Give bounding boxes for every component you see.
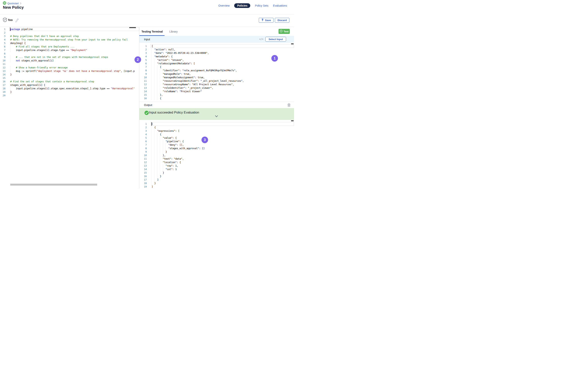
code-line: 7 input.pipeline.stages[i].stage.type ==… bbox=[0, 48, 139, 52]
breadcrumb: Quickstart bbox=[3, 1, 21, 6]
policy-toolbar: foo Save Discard bbox=[0, 14, 294, 27]
nav-tab-evaluations[interactable]: Evaluations bbox=[273, 4, 287, 7]
code-line: 19} bbox=[0, 90, 139, 94]
input-json-lines: 1{2 "action": null,3 "date": "2022-05-05… bbox=[139, 44, 294, 100]
code-line: 9 "managedRole": true, bbox=[139, 72, 294, 76]
code-line: 17stages_with_approval[i] { bbox=[0, 83, 139, 87]
top-nav: Overview Policies Policy Sets Evaluation… bbox=[218, 3, 287, 8]
code-line: 5 "value": { bbox=[139, 136, 294, 140]
code-line: 20 bbox=[0, 94, 139, 97]
success-check-icon bbox=[144, 111, 149, 116]
output-json-editor[interactable]: 1[2 {3 "expressions": [4 {5 "value": {6 … bbox=[139, 120, 294, 188]
code-line: 4# NOTE: Try removing the HarnessApprova… bbox=[0, 38, 139, 41]
breadcrumb-link[interactable]: Quickstart bbox=[7, 2, 19, 5]
test-label: Test bbox=[283, 30, 289, 33]
code-line: 15 bbox=[0, 76, 139, 80]
code-line: 3 "expressions": [ bbox=[139, 129, 294, 133]
evaluation-success-banner: Input succeeded Policy Evaluation bbox=[139, 108, 294, 120]
code-line: 4 { bbox=[139, 133, 294, 136]
code-line: 4 "metadata": { bbox=[139, 55, 294, 58]
code-line: 12 "resourceGroupName": "All Project Lev… bbox=[139, 83, 294, 86]
code-line: 7 { bbox=[139, 65, 294, 69]
select-input-button[interactable]: Select Input bbox=[265, 37, 286, 42]
tab-library[interactable]: Library bbox=[169, 30, 178, 33]
upload-icon bbox=[261, 19, 264, 22]
code-line: 16 { bbox=[139, 97, 294, 100]
code-line: 2 "action": null, bbox=[139, 48, 294, 51]
code-line: 13 "roleIdentifier": "_project_viewer", bbox=[139, 86, 294, 90]
nav-tab-overview[interactable]: Overview bbox=[218, 4, 229, 7]
code-line: 7 "deny": [], bbox=[139, 143, 294, 147]
code-line: 10 not stages_with_approval[i] bbox=[0, 59, 139, 62]
chevron-right-icon bbox=[20, 2, 21, 5]
code-brackets-icon[interactable]: </> bbox=[259, 38, 263, 40]
code-line: 13 msg := sprintf("deployment stage '%s'… bbox=[0, 69, 139, 73]
code-line: 19] bbox=[139, 185, 294, 188]
code-line: 14} bbox=[0, 73, 139, 76]
page-title: New Policy bbox=[3, 5, 24, 10]
code-line: 6 "roleAssignmentMetadata": [ bbox=[139, 62, 294, 65]
code-line: 10 }, bbox=[139, 154, 294, 157]
output-json-lines: 1[2 {3 "expressions": [4 {5 "value": {6 … bbox=[139, 122, 294, 188]
code-line: 11 "resourceGroupIdentifier": "_all_proj… bbox=[139, 79, 294, 83]
code-line: 6 # Find all stages that are Deployments… bbox=[0, 45, 139, 48]
policy-name: foo bbox=[8, 18, 12, 22]
testing-panel: Testing Terminal Library Test Input </> … bbox=[139, 27, 294, 188]
code-line: 8 "identifier": "role_assignment_NsFQM43… bbox=[139, 69, 294, 72]
annotation-step-1: 1 bbox=[271, 55, 278, 62]
save-button[interactable]: Save bbox=[259, 18, 273, 23]
policy-shield-icon bbox=[3, 18, 7, 23]
discard-label: Discard bbox=[278, 19, 287, 22]
code-line: 16 } bbox=[139, 175, 294, 178]
terminal-tabs: Testing Terminal Library Test bbox=[139, 27, 294, 36]
editor-scrollbar-thumb[interactable] bbox=[291, 120, 294, 121]
edit-pencil-icon[interactable] bbox=[15, 18, 19, 23]
header: Quickstart New Policy Overview Policies … bbox=[0, 0, 294, 14]
annotation-step-3: 3 bbox=[202, 137, 208, 143]
code-line: 15 } bbox=[139, 171, 294, 175]
harness-logo-icon bbox=[3, 1, 6, 6]
trash-icon bbox=[287, 105, 291, 107]
editor-scrollbar-thumb[interactable] bbox=[291, 43, 294, 44]
input-title: Input bbox=[144, 38, 150, 41]
editor-scrollbar-thumb[interactable] bbox=[129, 27, 136, 28]
code-line: 1package pipeline bbox=[0, 27, 139, 31]
workspace: 1package pipeline23# Deny pipelines that… bbox=[0, 27, 294, 188]
select-input-label: Select Input bbox=[269, 38, 283, 41]
code-line: 2 bbox=[0, 31, 139, 35]
code-line: 15 }, bbox=[139, 93, 294, 97]
code-line: 3 "date": "2022-05-05T20:41:23.538+0000"… bbox=[139, 51, 294, 55]
code-line: 12 "location": { bbox=[139, 161, 294, 164]
code-line: 5 "action": "onsave", bbox=[139, 58, 294, 62]
output-panel-header: Output bbox=[139, 102, 294, 108]
nav-tab-policy-sets[interactable]: Policy Sets bbox=[255, 4, 268, 7]
code-line: 3# Deny pipelines that don't have an app… bbox=[0, 35, 139, 38]
tab-testing-terminal[interactable]: Testing Terminal bbox=[141, 30, 163, 33]
code-line: 1{ bbox=[139, 44, 294, 48]
code-line: 18 } bbox=[139, 182, 294, 185]
input-json-editor[interactable]: 1{2 "action": null,3 "date": "2022-05-05… bbox=[139, 43, 294, 102]
code-line: 9 # ... that are not in the set of stage… bbox=[0, 55, 139, 59]
code-line: 14 "col": 1 bbox=[139, 168, 294, 171]
test-button[interactable]: Test bbox=[279, 29, 290, 34]
annotation-step-2: 2 bbox=[135, 56, 141, 63]
code-line: 17 ] bbox=[139, 178, 294, 182]
code-line: 1[ bbox=[139, 122, 294, 126]
output-title: Output bbox=[144, 104, 152, 106]
nav-tab-policies[interactable]: Policies bbox=[234, 3, 250, 8]
save-label: Save bbox=[265, 19, 271, 22]
discard-button[interactable]: Discard bbox=[275, 18, 289, 23]
code-line: 18 input.pipeline.stages[i].stage.spec.e… bbox=[0, 87, 139, 90]
collapse-banner-button[interactable] bbox=[215, 115, 218, 118]
code-line: 11 "text": "data", bbox=[139, 157, 294, 161]
horizontal-scrollbar[interactable] bbox=[10, 184, 97, 186]
code-line: 12 # Show a human-friendly error message bbox=[0, 66, 139, 69]
clear-output-button[interactable] bbox=[287, 103, 291, 107]
code-line: 13 "row": 1, bbox=[139, 164, 294, 168]
chevron-down-icon bbox=[215, 115, 218, 118]
policy-code-editor[interactable]: 1package pipeline23# Deny pipelines that… bbox=[0, 27, 139, 188]
code-line: 6 "pipeline": { bbox=[139, 140, 294, 143]
code-line: 14 "roleName": "Project Viewer" bbox=[139, 90, 294, 93]
code-line: 5deny[msg] { bbox=[0, 41, 139, 45]
input-panel-header: Input </> Select Input bbox=[139, 36, 294, 43]
